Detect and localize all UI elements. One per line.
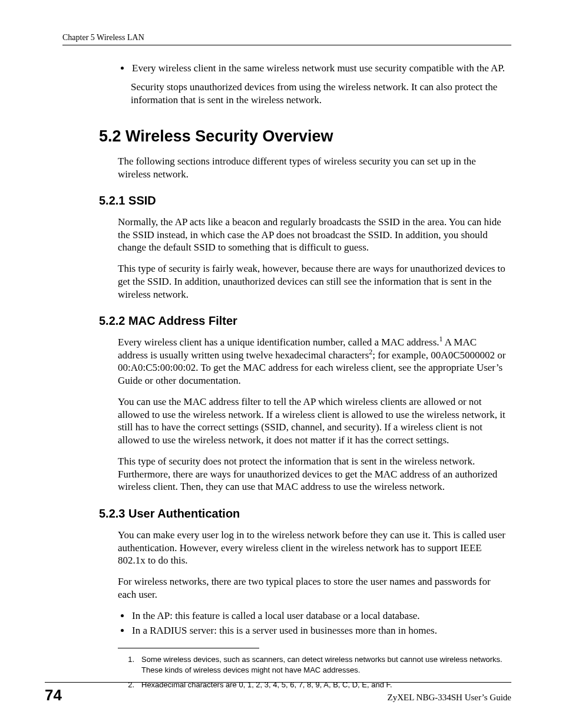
guide-title: ZyXEL NBG-334SH User’s Guide bbox=[388, 693, 511, 703]
page-number: 74 bbox=[45, 686, 62, 704]
auth-bullet-2: In a RADIUS server: this is a server use… bbox=[131, 624, 508, 637]
intro-bullet: Every wireless client in the same wirele… bbox=[131, 62, 508, 75]
running-header: Chapter 5 Wireless LAN bbox=[62, 33, 511, 42]
mac-paragraph-3: This type of security does not protect t… bbox=[118, 455, 508, 493]
page-footer: 74 ZyXEL NBG-334SH User’s Guide bbox=[45, 682, 511, 704]
auth-paragraph-1: You can make every user log in to the wi… bbox=[118, 529, 508, 567]
section-intro-paragraph: The following sections introduce differe… bbox=[118, 155, 508, 181]
footnote-1: 1. Some wireless devices, such as scanne… bbox=[118, 654, 508, 675]
subsection-heading-mac: 5.2.2 MAC Address Filter bbox=[99, 314, 508, 329]
footnote-1-number: 1. bbox=[118, 654, 141, 675]
body-column: Every wireless client in the same wirele… bbox=[118, 62, 508, 690]
auth-bullet-1: In the AP: this feature is called a loca… bbox=[131, 610, 508, 622]
header-rule bbox=[62, 45, 511, 45]
footer-row: 74 ZyXEL NBG-334SH User’s Guide bbox=[45, 686, 511, 704]
mac-p1-part-a: Every wireless client has a unique ident… bbox=[118, 337, 439, 348]
subsection-heading-auth: 5.2.3 User Authentication bbox=[99, 506, 508, 522]
auth-paragraph-2: For wireless networks, there are two typ… bbox=[118, 575, 508, 601]
page: Chapter 5 Wireless LAN Every wireless cl… bbox=[0, 0, 562, 728]
subsection-heading-ssid: 5.2.1 SSID bbox=[99, 193, 508, 209]
mac-paragraph-1: Every wireless client has a unique ident… bbox=[118, 336, 508, 387]
auth-bullet-list: In the AP: this feature is called a loca… bbox=[118, 610, 508, 638]
ssid-paragraph-1: Normally, the AP acts like a beacon and … bbox=[118, 216, 508, 254]
mac-paragraph-2: You can use the MAC address filter to te… bbox=[118, 396, 508, 447]
intro-follow-paragraph: Security stops unauthorized devices from… bbox=[131, 81, 508, 107]
section-heading-5-2: 5.2 Wireless Security Overview bbox=[99, 126, 508, 147]
footnote-1-text: Some wireless devices, such as scanners,… bbox=[141, 654, 508, 675]
ssid-paragraph-2: This type of security is fairly weak, ho… bbox=[118, 262, 508, 301]
intro-bullet-list: Every wireless client in the same wirele… bbox=[118, 62, 508, 75]
footnote-rule bbox=[118, 648, 259, 648]
footer-rule bbox=[45, 682, 511, 683]
